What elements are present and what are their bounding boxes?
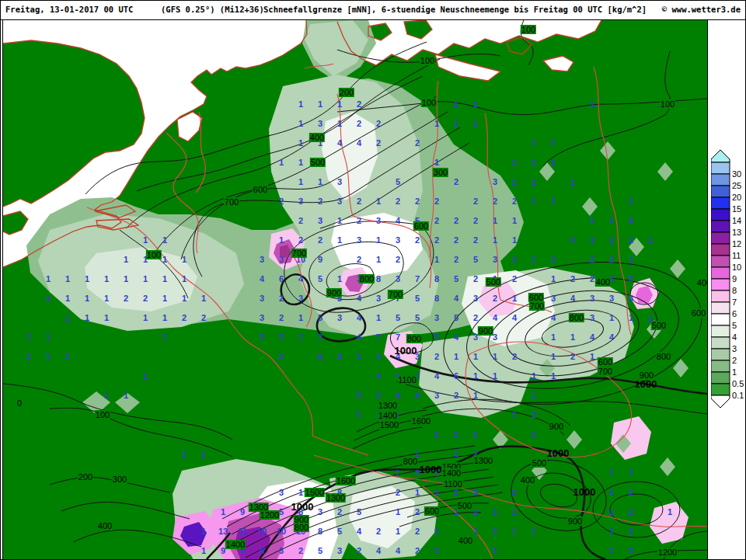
contour-label: 100 <box>95 410 110 419</box>
header-datetime: Freitag, 13-01-2017 00 UTC <box>5 5 133 14</box>
contour-label: 700 <box>529 301 545 311</box>
snow-value: 4 <box>493 313 497 322</box>
snow-value: 1 <box>337 235 342 245</box>
snow-value: 1 <box>512 410 517 419</box>
snow-value: 2 <box>629 527 633 536</box>
legend-swatch <box>711 325 730 337</box>
legend-swatch <box>711 232 730 244</box>
snow-value: 1 <box>221 507 225 517</box>
legend-swatch <box>711 267 730 279</box>
contour-label: 1000 <box>419 464 443 475</box>
snow-value: 1 <box>590 216 594 225</box>
snow-value: 2 <box>357 119 361 128</box>
snow-value: 2 <box>454 255 458 264</box>
contour-label: 1100 <box>397 375 417 384</box>
snow-value: 7 <box>396 332 400 342</box>
snow-value: 1 <box>473 99 478 109</box>
snow-value: 1 <box>182 294 186 303</box>
legend-swatch <box>711 360 730 372</box>
contour-label: 400 <box>97 521 113 530</box>
snow-value: 1 <box>298 99 303 109</box>
snow-value: 2 <box>298 235 303 245</box>
snow-value: 1 <box>512 294 517 303</box>
contour-label: 500 <box>457 501 472 510</box>
snow-value: 5 <box>318 352 322 361</box>
snow-value: 1 <box>143 235 148 245</box>
snow-value: 2 <box>473 216 478 225</box>
contour-label: 1400 <box>441 468 462 478</box>
snow-value: 1 <box>279 158 284 167</box>
snow-value: 1 <box>298 138 303 148</box>
contour-label: 800 <box>403 457 418 466</box>
snow-value: 1 <box>570 332 575 342</box>
snow-value: 3 <box>260 294 264 303</box>
snow-value: 3 <box>298 197 303 206</box>
contour-label: 100 <box>146 250 162 259</box>
snow-value: 2 <box>279 313 284 322</box>
snow-value: 3 <box>473 294 478 303</box>
legend-arrow-above <box>711 150 730 162</box>
snow-value: 1 <box>609 527 614 536</box>
snow-value: 3 <box>318 216 322 225</box>
snow-value: 1 <box>104 313 109 322</box>
snow-value: 4 <box>376 371 381 381</box>
snow-value: 1 <box>434 527 439 536</box>
snow-value: 3 <box>337 177 342 186</box>
header-copyright: © www.wetter3.de <box>662 5 741 14</box>
snow-value: 1 <box>357 410 361 419</box>
snow-value: 2 <box>512 197 517 206</box>
snow-value: 2 <box>454 177 458 186</box>
contour-label: 300 <box>112 475 127 484</box>
contour-label: 200 <box>339 88 354 97</box>
snow-value: 1 <box>434 488 439 497</box>
snow-value: 2 <box>454 430 458 439</box>
contour-label: 900 <box>549 422 564 431</box>
snow-value: 2 <box>337 507 342 517</box>
legend-arrow-below <box>711 395 730 408</box>
contour-label: 700 <box>388 290 403 299</box>
snow-value: 6 <box>454 371 458 381</box>
snow-value: 3 <box>434 313 439 322</box>
contour-label: 600 <box>253 185 268 194</box>
snow-value: 3 <box>590 294 594 303</box>
snow-value: 1 <box>493 235 497 245</box>
snow-value: 4 <box>357 332 361 342</box>
snow-value: 1 <box>668 507 672 517</box>
snow-value: 4 <box>512 313 517 322</box>
snow-value: 3 <box>493 255 497 264</box>
snow-value: 2 <box>493 197 497 206</box>
snow-value: 3 <box>337 197 342 206</box>
snow-value: 3 <box>590 313 594 322</box>
contour-label: 300 <box>433 168 448 177</box>
snow-value: 1 <box>532 197 536 206</box>
contour-label: 900 <box>478 326 493 336</box>
contour-label: 1000 <box>291 501 315 513</box>
snow-value: 2 <box>279 197 284 206</box>
snow-value: 2 <box>512 488 517 497</box>
snow-value: 1 <box>551 274 556 283</box>
snow-value: 1 <box>162 274 167 283</box>
snow-value: 1 <box>590 99 594 109</box>
legend-value: 10 <box>732 263 741 272</box>
contour-label: 800 <box>656 352 671 361</box>
snow-amount-legend: 3025201514131211109876543210.50.1 <box>711 150 745 411</box>
contour-label: 800 <box>359 274 375 283</box>
snow-value: 3 <box>609 235 614 245</box>
snow-value: 5 <box>260 546 264 555</box>
snow-value: 1 <box>65 294 70 303</box>
snow-value: 1 <box>65 352 70 361</box>
legend-value: 6 <box>732 309 737 318</box>
snow-value: 2 <box>357 99 361 109</box>
legend-value: 0.5 <box>732 379 744 388</box>
snow-value: 2 <box>590 274 594 283</box>
snow-value: 8 <box>376 274 381 283</box>
contour-label: 1000 <box>546 447 570 459</box>
snow-value: 1 <box>104 391 109 400</box>
snow-value: 2 <box>415 527 420 536</box>
legend-value: 3 <box>732 344 737 353</box>
legend-swatch <box>711 197 730 209</box>
snow-value: 1 <box>434 430 439 439</box>
legend-swatch <box>711 162 730 174</box>
snow-value: 1 <box>396 468 400 478</box>
contour-label: 1300 <box>378 401 398 410</box>
